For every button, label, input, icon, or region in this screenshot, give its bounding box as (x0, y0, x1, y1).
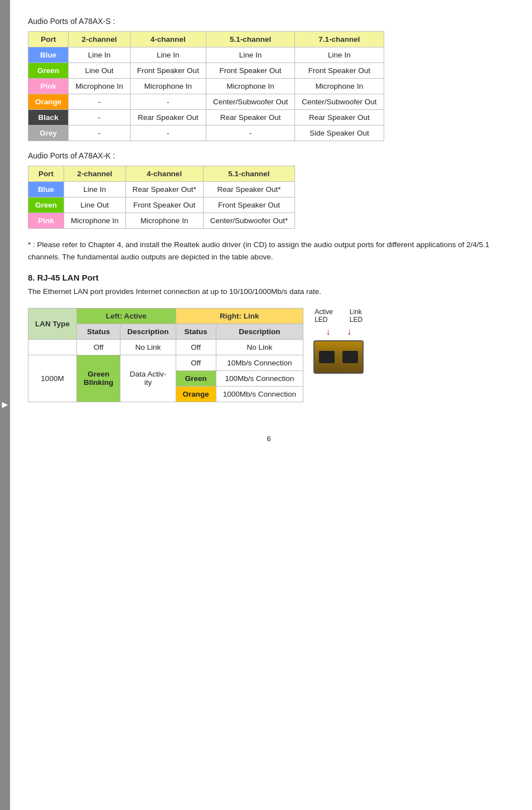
section1-title: Audio Ports of A78AX-S : (28, 17, 510, 26)
left-desc-activity: Data Activ-ity (120, 355, 176, 402)
lan-table: LAN Type Left: Active Right: Link Status… (28, 308, 303, 402)
active-led-label: ActiveLED (315, 308, 333, 324)
audio-table-s: Port 2-channel 4-channel 5.1-channel 7.1… (28, 31, 384, 141)
port-orange: Orange (28, 94, 69, 110)
port-blue: Blue (28, 47, 69, 63)
col-header-51ch: 5.1-channel (203, 166, 295, 182)
led-diagram: ActiveLED LinkLED ↓ ↓ (313, 308, 364, 374)
right-desc-1000mb: 1000Mb/s Connection (216, 386, 303, 402)
right-status-off: Off (176, 355, 216, 370)
section2-title: Audio Ports of A78AX-K : (28, 151, 510, 160)
right-desc-cell: No Link (216, 339, 303, 355)
left-status-header: Status (77, 324, 120, 339)
led-port-right (342, 351, 358, 363)
cell-data: Line Out (64, 197, 126, 213)
table-row: 1000M GreenBlinking Data Activ-ity Off 1… (28, 355, 303, 370)
cell-data: Line In (69, 47, 130, 63)
col-header-4ch: 4-channel (125, 166, 203, 182)
col-header-port: Port (28, 32, 69, 47)
cell-data: Rear Speaker Out (130, 110, 206, 126)
left-desc-header: Description (120, 324, 176, 339)
left-status-cell: Off (77, 339, 120, 355)
cell-data: - (130, 126, 206, 141)
sidebar: ◄ (0, 0, 10, 460)
arrow-row: ↓ ↓ (326, 327, 351, 337)
audio-table-k: Port 2-channel 4-channel 5.1-channel Blu… (28, 166, 295, 229)
col-header-51ch: 5.1-channel (206, 32, 294, 47)
cell-data: Line In (206, 47, 294, 63)
col-header-port: Port (28, 166, 64, 182)
port-pink: Pink (28, 79, 69, 94)
page-number: 6 (28, 435, 510, 443)
right-status-cell: Off (176, 339, 216, 355)
left-status-green: GreenBlinking (77, 355, 120, 402)
table-row: Green Line Out Front Speaker Out Front S… (28, 63, 384, 79)
cell-data: - (69, 110, 130, 126)
cell-data: Side Speaker Out (295, 126, 384, 141)
cell-data: Front Speaker Out (295, 63, 384, 79)
cell-data: Line In (295, 47, 384, 63)
port-green: Green (28, 197, 64, 213)
table-row: Black - Rear Speaker Out Rear Speaker Ou… (28, 110, 384, 126)
col-header-4ch: 4-channel (130, 32, 206, 47)
cell-data: Center/Subwoofer Out* (203, 213, 295, 229)
led-port-left (319, 351, 335, 363)
arrow-down-left: ↓ (326, 327, 330, 337)
col-header-71ch: 7.1-channel (295, 32, 384, 47)
table-row: Off No Link Off No Link (28, 339, 303, 355)
port-pink: Pink (28, 213, 64, 229)
cell-data: Rear Speaker Out (295, 110, 384, 126)
cell-data: Microphone In (69, 79, 130, 94)
right-link-header: Right: Link (176, 308, 303, 324)
led-port-image (313, 340, 364, 374)
cell-data: Front Speaker Out (130, 63, 206, 79)
cell-data: Line In (64, 182, 126, 197)
link-led-label: LinkLED (350, 308, 362, 324)
left-desc-cell: No Link (120, 339, 176, 355)
lan-type-cell (28, 339, 77, 355)
sidebar-arrow: ◄ (0, 399, 10, 411)
right-status-header: Status (176, 324, 216, 339)
port-grey: Grey (28, 126, 69, 141)
cell-data: - (130, 94, 206, 110)
lan-section: LAN Type Left: Active Right: Link Status… (28, 308, 510, 412)
cell-data: Rear Speaker Out (206, 110, 294, 126)
port-black: Black (28, 110, 69, 126)
note-text: * : Please refer to Chapter 4, and insta… (28, 239, 510, 263)
table-row: Blue Line In Line In Line In Line In (28, 47, 384, 63)
table-row: Pink Microphone In Microphone In Center/… (28, 213, 295, 229)
lan-type-header: LAN Type (28, 308, 77, 339)
cell-data: Front Speaker Out (125, 197, 203, 213)
right-desc-100mb: 100Mb/s Connection (216, 370, 303, 386)
cell-data: Microphone In (64, 213, 126, 229)
table-row: Pink Microphone In Microphone In Microph… (28, 79, 384, 94)
cell-data: - (69, 126, 130, 141)
col-header-2ch: 2-channel (69, 32, 130, 47)
led-labels: ActiveLED LinkLED (315, 308, 362, 324)
cell-data: Line In (130, 47, 206, 63)
cell-data: Microphone In (206, 79, 294, 94)
table-row: Blue Line In Rear Speaker Out* Rear Spea… (28, 182, 295, 197)
cell-data: Rear Speaker Out* (125, 182, 203, 197)
cell-data: - (69, 94, 130, 110)
table-row: Orange - - Center/Subwoofer Out Center/S… (28, 94, 384, 110)
right-desc-10mb: 10Mb/s Connection (216, 355, 303, 370)
cell-data: Microphone In (130, 79, 206, 94)
port-green: Green (28, 63, 69, 79)
cell-data: Line Out (69, 63, 130, 79)
cell-data: Microphone In (125, 213, 203, 229)
section3-title: 8. RJ-45 LAN Port (28, 273, 510, 282)
arrow-down-right: ↓ (347, 327, 351, 337)
cell-data: Front Speaker Out (203, 197, 295, 213)
section3-desc: The Ethernet LAN port provides Internet … (28, 286, 510, 298)
cell-data: Rear Speaker Out* (203, 182, 295, 197)
table-row: Grey - - - Side Speaker Out (28, 126, 384, 141)
lan-type-1000m: 1000M (28, 355, 77, 402)
right-desc-header: Description (216, 324, 303, 339)
cell-data: Center/Subwoofer Out (295, 94, 384, 110)
cell-data: Front Speaker Out (206, 63, 294, 79)
right-status-orange: Orange (176, 386, 216, 402)
col-header-2ch: 2-channel (64, 166, 126, 182)
cell-data: Center/Subwoofer Out (206, 94, 294, 110)
port-blue: Blue (28, 182, 64, 197)
